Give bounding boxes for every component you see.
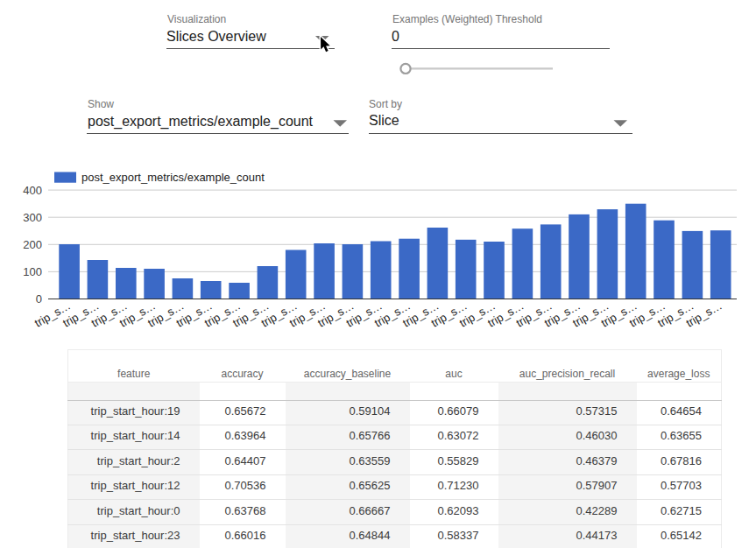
svg-text:300: 300 bbox=[23, 211, 42, 224]
svg-text:post_export_metrics/example_co: post_export_metrics/example_count bbox=[81, 171, 265, 184]
svg-text:100: 100 bbox=[23, 265, 42, 278]
svg-text:200: 200 bbox=[23, 238, 42, 251]
svg-text:400: 400 bbox=[23, 184, 42, 197]
svg-text:0: 0 bbox=[36, 292, 42, 306]
